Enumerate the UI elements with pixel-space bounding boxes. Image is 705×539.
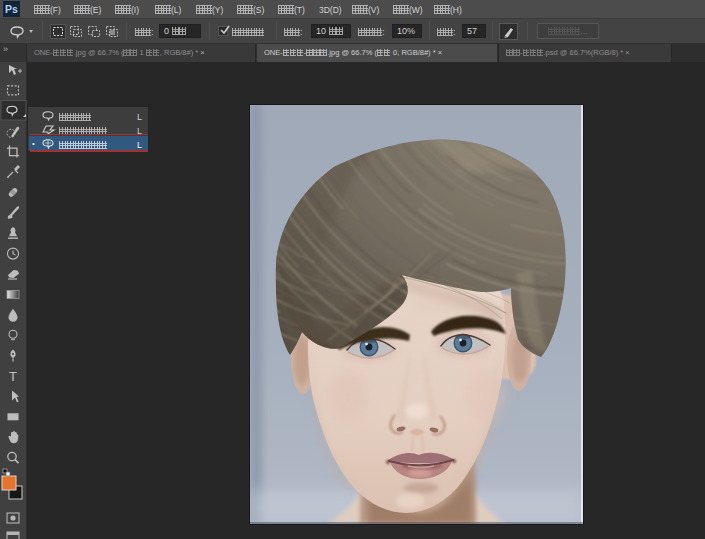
svg-text:T: T [9, 369, 17, 384]
